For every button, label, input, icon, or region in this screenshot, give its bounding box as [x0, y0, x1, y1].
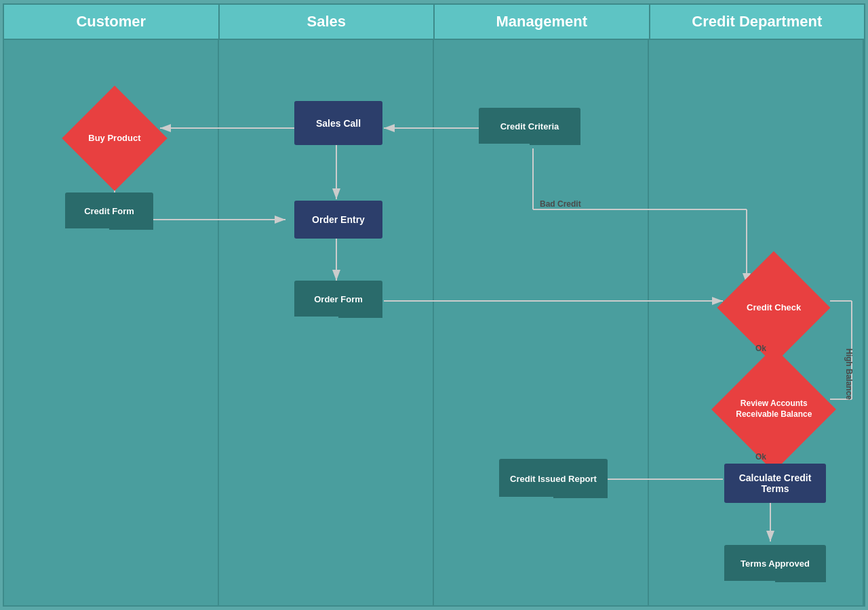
- review-ar-label: Review Accounts Receivable Balance: [730, 399, 818, 420]
- lane-header-customer: Customer: [4, 5, 220, 39]
- sales-call-shape: Sales Call: [294, 101, 382, 145]
- lane-header-credit: Credit Department: [650, 5, 865, 39]
- bad-credit-label: Bad Credit: [540, 199, 581, 209]
- terms-approved-label: Terms Approved: [741, 558, 810, 569]
- header-row: Customer Sales Management Credit Departm…: [4, 5, 864, 40]
- credit-form-label: Credit Form: [84, 206, 134, 216]
- body-row: Buy Product Credit Form Sales Call Order…: [4, 40, 864, 605]
- credit-criteria-label: Credit Criteria: [500, 121, 559, 131]
- order-entry-label: Order Entry: [312, 214, 365, 225]
- ok2-label: Ok: [755, 452, 766, 462]
- calculate-credit-shape: Calculate Credit Terms: [724, 464, 826, 503]
- credit-check-wrapper: Credit Check: [723, 267, 825, 348]
- diagram-container: Customer Sales Management Credit Departm…: [3, 3, 865, 607]
- order-form-label: Order Form: [314, 294, 363, 304]
- sales-call-label: Sales Call: [316, 118, 361, 129]
- buy-product-diamond: Buy Product: [62, 85, 167, 191]
- credit-form-shape: Credit Form: [65, 192, 153, 230]
- credit-check-label: Credit Check: [747, 302, 801, 313]
- high-balance-label: High Balance: [844, 348, 854, 400]
- review-ar-diamond: Review Accounts Receivable Balance: [711, 347, 836, 472]
- buy-product-label: Buy Product: [88, 133, 140, 144]
- credit-issued-report-shape: Credit Issued Report: [499, 459, 608, 498]
- review-ar-wrapper: Review Accounts Receivable Balance: [719, 365, 828, 453]
- terms-approved-shape: Terms Approved: [724, 545, 826, 582]
- lane-header-management: Management: [435, 5, 650, 39]
- calculate-credit-label: Calculate Credit Terms: [724, 472, 826, 494]
- lane-header-sales: Sales: [220, 5, 435, 39]
- credit-criteria-shape: Credit Criteria: [479, 108, 580, 145]
- ok1-label: Ok: [755, 344, 766, 353]
- order-entry-shape: Order Entry: [294, 201, 382, 239]
- buy-product-wrapper: Buy Product: [71, 98, 159, 179]
- order-form-shape: Order Form: [294, 281, 382, 318]
- credit-issued-report-label: Credit Issued Report: [510, 474, 597, 484]
